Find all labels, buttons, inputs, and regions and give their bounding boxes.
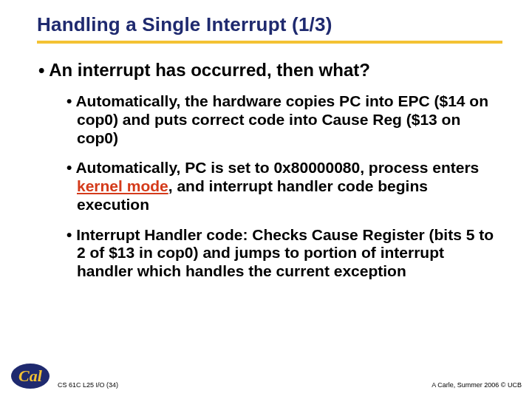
svg-text:Cal: Cal [18, 366, 43, 385]
sub-bullet-2: • Automatically, PC is set to 0x80000080… [66, 159, 502, 214]
footer-left: Cal CS 61C L25 I/O (34) [10, 362, 118, 390]
sub-bullet-3: • Interrupt Handler code: Checks Cause R… [66, 226, 502, 281]
sub2-text-a: • Automatically, PC is set to 0x80000080… [66, 159, 479, 176]
sub-bullet-1: • Automatically, the hardware copies PC … [66, 92, 502, 147]
slide-title: Handling a Single Interrupt (1/3) [37, 13, 502, 44]
slide: Handling a Single Interrupt (1/3) • An i… [0, 0, 532, 399]
cal-logo-icon: Cal [10, 362, 50, 390]
footer: Cal CS 61C L25 I/O (34) A Carle, Summer … [0, 362, 532, 390]
footer-left-text: CS 61C L25 I/O (34) [58, 381, 118, 390]
footer-right-text: A Carle, Summer 2006 © UCB [432, 381, 522, 390]
sub-bullet-list: • Automatically, the hardware copies PC … [66, 92, 502, 281]
main-bullet: • An interrupt has occurred, then what? [38, 60, 502, 81]
sub2-highlight: kernel mode [77, 177, 168, 194]
